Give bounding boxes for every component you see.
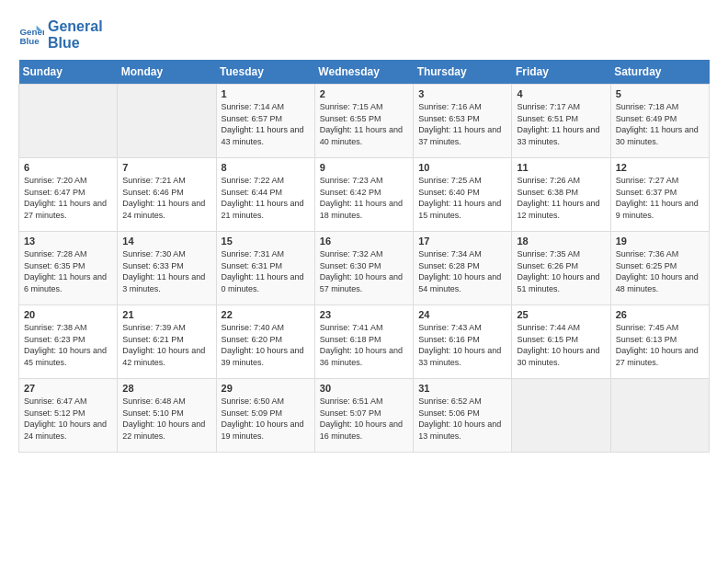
- day-number: 28: [122, 383, 210, 394]
- logo-line2: Blue: [48, 35, 103, 52]
- day-number: 19: [616, 236, 704, 247]
- day-number: 25: [517, 309, 605, 320]
- calendar-cell: 6Sunrise: 7:20 AMSunset: 6:47 PMDaylight…: [19, 158, 118, 232]
- calendar-cell: [610, 379, 709, 453]
- day-detail: Sunrise: 7:30 AMSunset: 6:33 PMDaylight:…: [122, 248, 210, 294]
- day-number: 31: [418, 383, 506, 394]
- page-header: General Blue General Blue: [18, 18, 710, 51]
- calendar-cell: 5Sunrise: 7:18 AMSunset: 6:49 PMDaylight…: [610, 85, 709, 158]
- day-number: 29: [222, 383, 310, 394]
- calendar-cell: 9Sunrise: 7:23 AMSunset: 6:42 PMDaylight…: [314, 158, 413, 232]
- weekday-header-sunday: Sunday: [19, 60, 118, 85]
- day-number: 15: [222, 236, 310, 247]
- calendar-cell: 24Sunrise: 7:43 AMSunset: 6:16 PMDayligh…: [414, 305, 512, 379]
- day-number: 3: [418, 88, 506, 99]
- day-detail: Sunrise: 7:28 AMSunset: 6:35 PMDaylight:…: [24, 248, 112, 294]
- day-number: 20: [24, 309, 112, 320]
- day-number: 5: [616, 88, 704, 99]
- day-detail: Sunrise: 7:45 AMSunset: 6:13 PMDaylight:…: [616, 322, 704, 368]
- calendar-cell: [118, 85, 216, 158]
- calendar-cell: 31Sunrise: 6:52 AMSunset: 5:06 PMDayligh…: [414, 379, 512, 453]
- calendar-cell: 17Sunrise: 7:34 AMSunset: 6:28 PMDayligh…: [414, 232, 512, 305]
- day-number: 30: [320, 383, 408, 394]
- day-detail: Sunrise: 7:14 AMSunset: 6:57 PMDaylight:…: [222, 101, 310, 147]
- calendar-cell: 11Sunrise: 7:26 AMSunset: 6:38 PMDayligh…: [512, 158, 610, 232]
- calendar-cell: 27Sunrise: 6:47 AMSunset: 5:12 PMDayligh…: [19, 379, 118, 453]
- day-number: 26: [616, 309, 704, 320]
- day-number: 12: [616, 162, 704, 173]
- day-number: 13: [24, 236, 112, 247]
- day-number: 4: [517, 88, 605, 99]
- day-detail: Sunrise: 7:38 AMSunset: 6:23 PMDaylight:…: [24, 322, 112, 368]
- day-detail: Sunrise: 6:52 AMSunset: 5:06 PMDaylight:…: [418, 396, 506, 442]
- weekday-header-thursday: Thursday: [414, 60, 512, 85]
- logo-icon: General Blue: [18, 22, 44, 48]
- day-detail: Sunrise: 7:23 AMSunset: 6:42 PMDaylight:…: [320, 175, 408, 221]
- day-detail: Sunrise: 6:50 AMSunset: 5:09 PMDaylight:…: [222, 396, 310, 442]
- calendar-cell: 3Sunrise: 7:16 AMSunset: 6:53 PMDaylight…: [414, 85, 512, 158]
- day-detail: Sunrise: 7:27 AMSunset: 6:37 PMDaylight:…: [616, 175, 704, 221]
- day-detail: Sunrise: 7:18 AMSunset: 6:49 PMDaylight:…: [616, 101, 704, 147]
- day-number: 23: [320, 309, 408, 320]
- calendar-cell: 28Sunrise: 6:48 AMSunset: 5:10 PMDayligh…: [118, 379, 216, 453]
- day-detail: Sunrise: 6:47 AMSunset: 5:12 PMDaylight:…: [24, 396, 112, 442]
- day-detail: Sunrise: 7:36 AMSunset: 6:25 PMDaylight:…: [616, 248, 704, 294]
- calendar-cell: 12Sunrise: 7:27 AMSunset: 6:37 PMDayligh…: [610, 158, 709, 232]
- day-number: 24: [418, 309, 506, 320]
- day-detail: Sunrise: 7:32 AMSunset: 6:30 PMDaylight:…: [320, 248, 408, 294]
- week-row-2: 6Sunrise: 7:20 AMSunset: 6:47 PMDaylight…: [19, 158, 710, 232]
- day-number: 10: [418, 162, 506, 173]
- calendar-cell: 1Sunrise: 7:14 AMSunset: 6:57 PMDaylight…: [216, 85, 314, 158]
- logo-line1: General: [48, 18, 103, 35]
- calendar-cell: 20Sunrise: 7:38 AMSunset: 6:23 PMDayligh…: [19, 305, 118, 379]
- day-detail: Sunrise: 7:43 AMSunset: 6:16 PMDaylight:…: [418, 322, 506, 368]
- day-detail: Sunrise: 7:39 AMSunset: 6:21 PMDaylight:…: [122, 322, 210, 368]
- week-row-4: 20Sunrise: 7:38 AMSunset: 6:23 PMDayligh…: [19, 305, 710, 379]
- svg-text:Blue: Blue: [19, 35, 40, 45]
- logo: General Blue General Blue: [18, 18, 103, 51]
- day-detail: Sunrise: 7:41 AMSunset: 6:18 PMDaylight:…: [320, 322, 408, 368]
- day-detail: Sunrise: 7:20 AMSunset: 6:47 PMDaylight:…: [24, 175, 112, 221]
- calendar-cell: 30Sunrise: 6:51 AMSunset: 5:07 PMDayligh…: [314, 379, 413, 453]
- day-detail: Sunrise: 7:26 AMSunset: 6:38 PMDaylight:…: [517, 175, 605, 221]
- day-detail: Sunrise: 7:40 AMSunset: 6:20 PMDaylight:…: [222, 322, 310, 368]
- calendar-cell: 4Sunrise: 7:17 AMSunset: 6:51 PMDaylight…: [512, 85, 610, 158]
- weekday-header-tuesday: Tuesday: [216, 60, 314, 85]
- day-detail: Sunrise: 6:51 AMSunset: 5:07 PMDaylight:…: [320, 396, 408, 442]
- day-detail: Sunrise: 7:21 AMSunset: 6:46 PMDaylight:…: [122, 175, 210, 221]
- calendar-cell: 22Sunrise: 7:40 AMSunset: 6:20 PMDayligh…: [216, 305, 314, 379]
- week-row-1: 1Sunrise: 7:14 AMSunset: 6:57 PMDaylight…: [19, 85, 710, 158]
- weekday-header-row: SundayMondayTuesdayWednesdayThursdayFrid…: [19, 60, 710, 85]
- calendar-cell: 16Sunrise: 7:32 AMSunset: 6:30 PMDayligh…: [314, 232, 413, 305]
- day-detail: Sunrise: 7:16 AMSunset: 6:53 PMDaylight:…: [418, 101, 506, 147]
- calendar-cell: 2Sunrise: 7:15 AMSunset: 6:55 PMDaylight…: [314, 85, 413, 158]
- day-number: 14: [122, 236, 210, 247]
- calendar-cell: [19, 85, 118, 158]
- calendar-cell: 18Sunrise: 7:35 AMSunset: 6:26 PMDayligh…: [512, 232, 610, 305]
- day-number: 11: [517, 162, 605, 173]
- calendar-cell: 21Sunrise: 7:39 AMSunset: 6:21 PMDayligh…: [118, 305, 216, 379]
- day-number: 22: [222, 309, 310, 320]
- day-detail: Sunrise: 7:31 AMSunset: 6:31 PMDaylight:…: [222, 248, 310, 294]
- day-detail: Sunrise: 7:35 AMSunset: 6:26 PMDaylight:…: [517, 248, 605, 294]
- week-row-5: 27Sunrise: 6:47 AMSunset: 5:12 PMDayligh…: [19, 379, 710, 453]
- weekday-header-saturday: Saturday: [610, 60, 709, 85]
- calendar-cell: 25Sunrise: 7:44 AMSunset: 6:15 PMDayligh…: [512, 305, 610, 379]
- weekday-header-friday: Friday: [512, 60, 610, 85]
- calendar-cell: 13Sunrise: 7:28 AMSunset: 6:35 PMDayligh…: [19, 232, 118, 305]
- day-detail: Sunrise: 7:15 AMSunset: 6:55 PMDaylight:…: [320, 101, 408, 147]
- day-number: 9: [320, 162, 408, 173]
- day-number: 6: [24, 162, 112, 173]
- day-detail: Sunrise: 6:48 AMSunset: 5:10 PMDaylight:…: [122, 396, 210, 442]
- day-detail: Sunrise: 7:17 AMSunset: 6:51 PMDaylight:…: [517, 101, 605, 147]
- calendar-cell: 8Sunrise: 7:22 AMSunset: 6:44 PMDaylight…: [216, 158, 314, 232]
- weekday-header-monday: Monday: [118, 60, 216, 85]
- day-number: 16: [320, 236, 408, 247]
- day-detail: Sunrise: 7:34 AMSunset: 6:28 PMDaylight:…: [418, 248, 506, 294]
- day-number: 18: [517, 236, 605, 247]
- day-number: 21: [122, 309, 210, 320]
- day-number: 1: [222, 88, 310, 99]
- calendar-cell: 19Sunrise: 7:36 AMSunset: 6:25 PMDayligh…: [610, 232, 709, 305]
- calendar-cell: 14Sunrise: 7:30 AMSunset: 6:33 PMDayligh…: [118, 232, 216, 305]
- calendar-cell: 23Sunrise: 7:41 AMSunset: 6:18 PMDayligh…: [314, 305, 413, 379]
